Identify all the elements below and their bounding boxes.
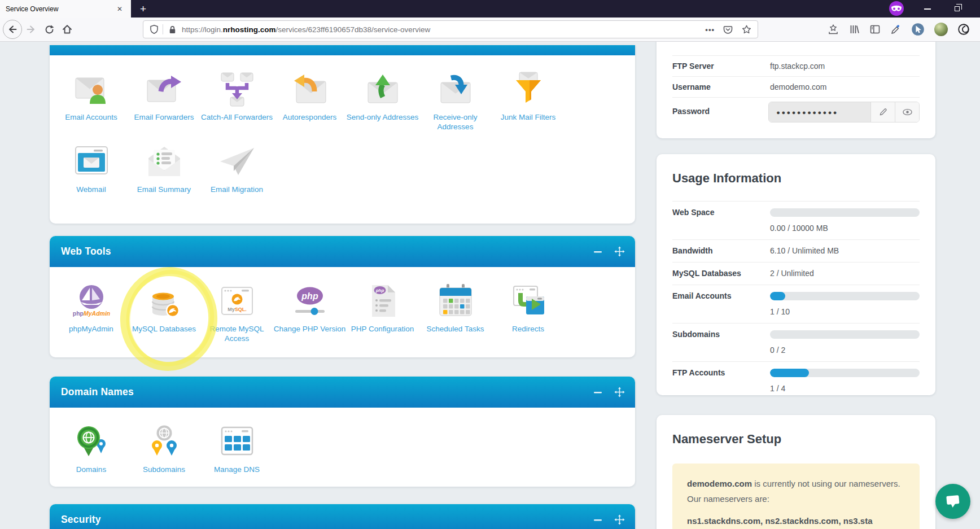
home-button[interactable] bbox=[58, 20, 76, 38]
grid-item-label: Domains bbox=[55, 465, 128, 474]
notice-domain: demodemo.com bbox=[687, 479, 752, 488]
email-summary-icon bbox=[128, 143, 200, 180]
window-restore-button[interactable] bbox=[946, 0, 968, 18]
grid-item-remote-mysql-access[interactable]: MySQL.Remote MySQL Access bbox=[200, 267, 273, 339]
window-minimize-button[interactable] bbox=[916, 0, 939, 18]
autoresponders-icon bbox=[273, 71, 346, 107]
usage-value: 0.00 / 10000 MB bbox=[770, 224, 920, 233]
catchall-forwarders-icon bbox=[200, 71, 273, 107]
usage-label: Subdomains bbox=[672, 330, 770, 339]
tracking-shield-icon[interactable] bbox=[149, 24, 159, 34]
pocket-icon[interactable] bbox=[723, 24, 733, 35]
redirects-icon bbox=[492, 283, 565, 319]
sendonly-addresses-icon bbox=[346, 71, 419, 107]
webmail-icon bbox=[55, 143, 128, 180]
grid-item-junk-mail-filters[interactable]: Junk Mail Filters bbox=[492, 55, 565, 128]
domain-names-icon-grid: DomainsSubdomainsManage DNS bbox=[50, 408, 635, 480]
usage-value: 2 / Unlimited bbox=[770, 269, 814, 278]
reload-button[interactable] bbox=[40, 20, 58, 38]
grid-item-send-only-addresses[interactable]: Send-only Addresses bbox=[346, 55, 419, 128]
grid-item-label: Change PHP Version bbox=[273, 324, 346, 334]
receiveonly-addresses-icon bbox=[419, 71, 492, 107]
domain-names-section-card: Domain Names DomainsSubdomainsManage DNS bbox=[50, 377, 635, 487]
tab-close-icon[interactable]: ✕ bbox=[114, 4, 125, 14]
back-arrow-icon bbox=[7, 24, 18, 35]
scheduled-tasks-icon bbox=[419, 283, 492, 319]
email-section-card: Email AccountsEmail ForwardersCatch-All … bbox=[50, 45, 635, 224]
forward-button[interactable] bbox=[22, 20, 40, 38]
collapse-section-icon[interactable] bbox=[593, 515, 603, 525]
browser-tab-service-overview[interactable]: Service Overview ✕ bbox=[0, 0, 131, 18]
cursor-extension-icon[interactable] bbox=[911, 23, 925, 36]
grid-item-autoresponders[interactable]: Autoresponders bbox=[273, 55, 346, 128]
usage-progress-fill bbox=[770, 369, 809, 377]
collapse-section-icon[interactable] bbox=[593, 387, 603, 397]
back-button[interactable] bbox=[3, 20, 22, 39]
library-icon[interactable] bbox=[848, 24, 860, 35]
move-section-icon[interactable] bbox=[614, 387, 625, 397]
grid-item-label: MySQL Databases bbox=[128, 324, 200, 334]
grid-item-domains[interactable]: Domains bbox=[55, 408, 128, 480]
usage-row-email-accounts: Email Accounts1 / 10 bbox=[672, 285, 920, 323]
move-section-icon[interactable] bbox=[614, 246, 625, 257]
grid-item-label: Email Forwarders bbox=[128, 112, 200, 122]
usage-row-mysql-databases: MySQL Databases2 / Unlimited bbox=[672, 262, 920, 285]
grid-item-label: phpMyAdmin bbox=[55, 324, 128, 334]
password-label: Password bbox=[672, 102, 768, 116]
profile-avatar[interactable] bbox=[934, 23, 948, 36]
usage-label: FTP Accounts bbox=[672, 368, 770, 377]
grid-item-php-configuration[interactable]: phpPHP Configuration bbox=[346, 267, 419, 339]
live-chat-button[interactable] bbox=[935, 484, 970, 519]
svg-text:php: php bbox=[301, 291, 318, 301]
bookmark-star-icon[interactable] bbox=[741, 24, 752, 35]
email-icon-grid: Email AccountsEmail ForwardersCatch-All … bbox=[50, 55, 635, 200]
show-password-button[interactable] bbox=[895, 102, 919, 122]
grid-item-mysql-databases[interactable]: MySQL Databases bbox=[128, 267, 200, 339]
svg-text:phpMyAdmin: phpMyAdmin bbox=[72, 310, 110, 317]
grid-item-label: Subdomains bbox=[128, 465, 200, 474]
usage-row-subdomains: Subdomains0 / 2 bbox=[672, 323, 920, 361]
grid-item-redirects[interactable]: Redirects bbox=[492, 267, 565, 339]
usage-progress-bar bbox=[770, 369, 920, 377]
email-forwarders-icon bbox=[128, 71, 200, 107]
grid-item-phpmyadmin[interactable]: phpMyAdminphpMyAdmin bbox=[55, 267, 128, 339]
grid-item-change-php-version[interactable]: phpChange PHP Version bbox=[273, 267, 346, 339]
usage-label: Bandwidth bbox=[672, 246, 770, 255]
grid-item-email-migration[interactable]: Email Migration bbox=[200, 128, 273, 200]
grid-item-scheduled-tasks[interactable]: Scheduled Tasks bbox=[419, 267, 492, 339]
usage-label: MySQL Databases bbox=[672, 269, 770, 278]
extension-swirl-icon[interactable] bbox=[957, 23, 970, 36]
new-tab-button[interactable]: + bbox=[135, 1, 151, 16]
usage-label: Email Accounts bbox=[672, 291, 770, 300]
grid-item-label: Email Migration bbox=[200, 185, 273, 194]
usage-rows: Web Space0.00 / 10000 MBBandwidth6.10 / … bbox=[672, 201, 920, 400]
grid-item-manage-dns[interactable]: Manage DNS bbox=[200, 408, 273, 480]
svg-text:php: php bbox=[375, 288, 384, 293]
nameservers-list: ns1.stackdns.com, ns2.stackdns.com, ns3.… bbox=[687, 513, 905, 528]
web-tools-header: Web Tools bbox=[50, 236, 635, 267]
grid-item-email-accounts[interactable]: Email Accounts bbox=[55, 55, 128, 128]
usage-information-card: Usage Information Web Space0.00 / 10000 … bbox=[657, 154, 935, 395]
nameserver-setup-title: Nameserver Setup bbox=[672, 415, 920, 447]
grid-item-label: Send-only Addresses bbox=[346, 112, 419, 122]
lock-icon[interactable] bbox=[168, 25, 177, 34]
web-tools-section-card: Web Tools phpMyAdminphpMyAdminMySQL Data… bbox=[50, 236, 635, 357]
page-actions-icon[interactable]: ••• bbox=[705, 25, 715, 34]
collapse-section-icon[interactable] bbox=[593, 247, 603, 257]
grid-item-label: Receive-only Addresses bbox=[419, 112, 492, 132]
grid-item-catch-all-forwarders[interactable]: Catch-All Forwarders bbox=[200, 55, 273, 128]
edit-password-button[interactable] bbox=[870, 102, 895, 122]
url-bar[interactable]: https://login.nrhosting.com/services/623… bbox=[143, 20, 758, 38]
grid-item-receive-only-addresses[interactable]: Receive-only Addresses bbox=[419, 55, 492, 128]
grid-item-email-summary[interactable]: Email Summary bbox=[128, 128, 200, 200]
private-browsing-icon bbox=[889, 1, 904, 18]
eyedropper-icon[interactable] bbox=[890, 24, 902, 35]
sidebar-icon[interactable] bbox=[869, 24, 881, 35]
grid-item-label: Autoresponders bbox=[273, 112, 346, 122]
bookmarks-tray-icon[interactable] bbox=[828, 24, 839, 35]
grid-item-email-forwarders[interactable]: Email Forwarders bbox=[128, 55, 200, 128]
phpmyadmin-icon: phpMyAdmin bbox=[55, 283, 128, 319]
grid-item-subdomains[interactable]: Subdomains bbox=[128, 408, 200, 480]
grid-item-webmail[interactable]: Webmail bbox=[55, 128, 128, 200]
move-section-icon[interactable] bbox=[614, 514, 625, 525]
